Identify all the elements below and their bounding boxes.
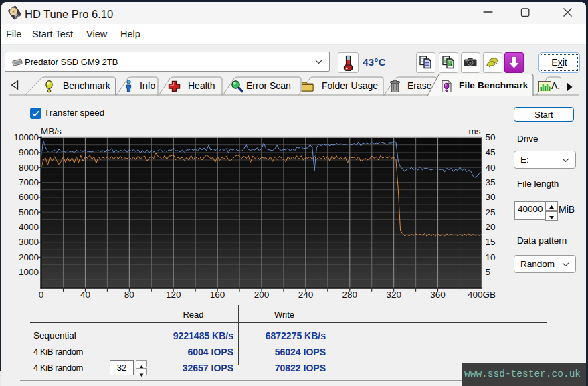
- svg-text:2000: 2000: [19, 252, 39, 262]
- svg-text:ms: ms: [469, 126, 481, 136]
- svg-text:50: 50: [486, 132, 496, 142]
- svg-text:7000: 7000: [19, 177, 39, 187]
- svg-text:45: 45: [486, 147, 496, 157]
- svg-text:15: 15: [486, 237, 496, 247]
- svg-text:20: 20: [486, 222, 496, 232]
- svg-text:10: 10: [486, 252, 496, 262]
- svg-text:5: 5: [486, 267, 491, 277]
- svg-text:0: 0: [39, 290, 44, 300]
- svg-text:3000: 3000: [19, 237, 39, 247]
- svg-text:9000: 9000: [19, 147, 39, 157]
- svg-text:8000: 8000: [19, 163, 39, 173]
- svg-text:25: 25: [486, 207, 496, 217]
- svg-text:6000: 6000: [19, 192, 39, 202]
- svg-text:35: 35: [486, 177, 496, 187]
- svg-text:1000: 1000: [19, 267, 39, 277]
- svg-text:MB/s: MB/s: [41, 126, 62, 136]
- svg-text:40: 40: [486, 163, 496, 173]
- svg-text:4000: 4000: [19, 222, 39, 232]
- svg-text:30: 30: [486, 192, 496, 202]
- svg-text:10000: 10000: [13, 132, 39, 142]
- svg-text:5000: 5000: [19, 207, 39, 217]
